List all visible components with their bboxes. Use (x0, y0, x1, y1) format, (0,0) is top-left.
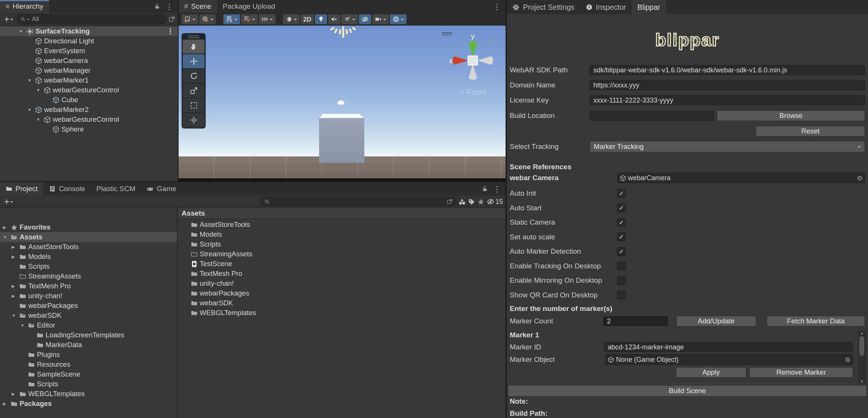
create-asset-button[interactable]: + (3, 197, 15, 207)
scene-tool-button[interactable] (341, 14, 358, 24)
checkbox[interactable] (617, 247, 626, 256)
hierarchy-item[interactable]: webarCamera (0, 56, 178, 66)
tab-inspector[interactable]: Inspector (580, 0, 632, 14)
project-tree-item[interactable]: Resources (0, 360, 177, 369)
checkbox[interactable] (617, 262, 626, 270)
scene-tool-button[interactable] (223, 14, 240, 24)
project-tree-item[interactable]: Assets (0, 232, 177, 242)
transform-tool-button[interactable] (183, 69, 205, 83)
lock-icon[interactable] (154, 3, 160, 9)
checkbox[interactable] (617, 233, 626, 241)
add-update-button[interactable]: Add/Update (676, 316, 756, 326)
checkbox[interactable] (617, 204, 626, 212)
hierarchy-item[interactable]: webarMarker1 (0, 75, 178, 85)
object-picker-icon[interactable]: ⊙ (845, 356, 850, 364)
expander-icon[interactable] (36, 117, 44, 122)
expander-icon[interactable] (12, 294, 19, 299)
hierarchy-item[interactable]: webarManager (0, 66, 178, 75)
expander-icon[interactable] (12, 284, 19, 289)
scroll-up-icon[interactable]: ▲ (860, 331, 863, 335)
expander-icon[interactable] (36, 88, 44, 92)
asset-item[interactable]: Scripts (178, 239, 506, 249)
hierarchy-item[interactable]: SurfaceTracking ⋮ (0, 26, 178, 36)
scene-tool-button[interactable] (315, 14, 327, 24)
lock-icon[interactable] (482, 186, 488, 192)
project-tree-item[interactable]: webarSDK (0, 311, 177, 320)
tab-blippar[interactable]: Blippar (632, 0, 666, 14)
marker-object-field[interactable]: None (Game Object) ⊙ (605, 354, 853, 365)
project-tree-item[interactable]: Models (0, 252, 177, 262)
kebab-menu-icon[interactable]: ⋮ (493, 185, 501, 193)
license-key-input[interactable] (590, 95, 865, 105)
gizmo-front-label[interactable]: < Front (448, 87, 497, 97)
expander-icon[interactable] (3, 225, 11, 230)
project-tree-item[interactable]: Editor (0, 320, 177, 330)
expander-icon[interactable] (28, 78, 35, 83)
hierarchy-search-input[interactable] (31, 15, 163, 23)
checkbox[interactable] (617, 276, 626, 285)
project-tree-item[interactable]: WEBGLTemplates (0, 389, 177, 399)
build-location-input[interactable] (590, 111, 714, 121)
tab-hierarchy[interactable]: ≡ Hierarchy (0, 0, 49, 13)
hierarchy-item[interactable]: EventSystem (0, 46, 178, 56)
build-scene-button[interactable]: Build Scene (508, 385, 867, 397)
saved-search-star-icon[interactable] (477, 198, 484, 205)
project-tree-item[interactable]: SampleScene (0, 369, 177, 379)
hierarchy-search[interactable] (17, 14, 166, 24)
scene-tool-button[interactable] (372, 14, 389, 24)
hierarchy-item[interactable]: Sphere (0, 124, 178, 134)
fetch-marker-data-button[interactable]: Fetch Marker Data (767, 316, 865, 326)
scene-tool-button[interactable] (359, 14, 371, 24)
asset-item[interactable]: TestScene (178, 259, 506, 269)
reset-button[interactable]: Reset (756, 126, 865, 136)
remove-marker-button[interactable]: Remove Marker (749, 367, 853, 378)
scene-tool-button[interactable] (283, 14, 300, 24)
asset-item[interactable]: TextMesh Pro (178, 269, 506, 279)
object-picker-icon[interactable]: ⊙ (857, 174, 862, 182)
tab-plastic-scm[interactable]: Plastic SCM (91, 182, 141, 196)
asset-item[interactable]: Models (178, 230, 506, 239)
scene-tool-button[interactable] (259, 14, 275, 24)
hierarchy-item[interactable]: webarMarker2 (0, 105, 178, 115)
expander-icon[interactable] (3, 401, 11, 406)
tab-scene[interactable]: # Scene (179, 0, 217, 13)
cube-object[interactable] (319, 118, 364, 163)
marker-count-input[interactable] (603, 316, 668, 326)
scene-tool-button[interactable] (182, 14, 198, 24)
webar-camera-object-field[interactable]: webarCamera ⊙ (617, 173, 865, 183)
tab-game[interactable]: Game (141, 182, 182, 196)
tab-project[interactable]: Project (0, 182, 43, 196)
filter-by-label-icon[interactable] (468, 198, 475, 205)
domain-name-input[interactable] (590, 80, 865, 90)
scene-viewport[interactable]: y x < Front (179, 26, 506, 181)
expander-icon[interactable] (19, 29, 26, 34)
asset-item[interactable]: webarSDK (178, 298, 506, 308)
transform-tool-button[interactable] (183, 54, 205, 68)
filter-by-type-icon[interactable] (458, 198, 466, 205)
marker-scrollbar[interactable]: ▲ ▼ (858, 331, 866, 384)
expander-icon[interactable] (12, 313, 19, 318)
project-tree-item[interactable]: LoadingScreenTemplates (0, 330, 177, 340)
select-tracking-dropdown[interactable]: Marker Tracking (590, 141, 865, 152)
expander-icon[interactable] (20, 323, 28, 328)
expander-icon[interactable] (12, 392, 19, 397)
project-search-input[interactable] (271, 198, 445, 206)
checkbox[interactable] (617, 291, 626, 299)
project-tree-item[interactable]: Plugins (0, 350, 177, 360)
marker-id-input[interactable] (604, 342, 853, 352)
hierarchy-item[interactable]: Directional Light (0, 36, 178, 46)
project-tree-item[interactable]: StreamingAssets (0, 271, 177, 281)
scene-tool-button[interactable] (241, 14, 258, 24)
project-tree-item[interactable]: Favorites (0, 222, 177, 232)
hierarchy-item[interactable]: webarGestureControl (0, 85, 178, 95)
expander-icon[interactable] (12, 245, 19, 250)
scene-tool-button[interactable] (199, 14, 216, 24)
tab-project-settings[interactable]: Project Settings (507, 0, 580, 14)
hierarchy-item[interactable]: Cube (0, 95, 178, 105)
project-tree-item[interactable]: unity-chan! (0, 291, 177, 301)
apply-button[interactable]: Apply (676, 367, 746, 378)
expander-icon[interactable] (12, 254, 19, 259)
expander-icon[interactable] (3, 235, 11, 239)
transform-tool-button[interactable] (183, 40, 205, 54)
open-new-window-icon[interactable] (168, 16, 175, 23)
